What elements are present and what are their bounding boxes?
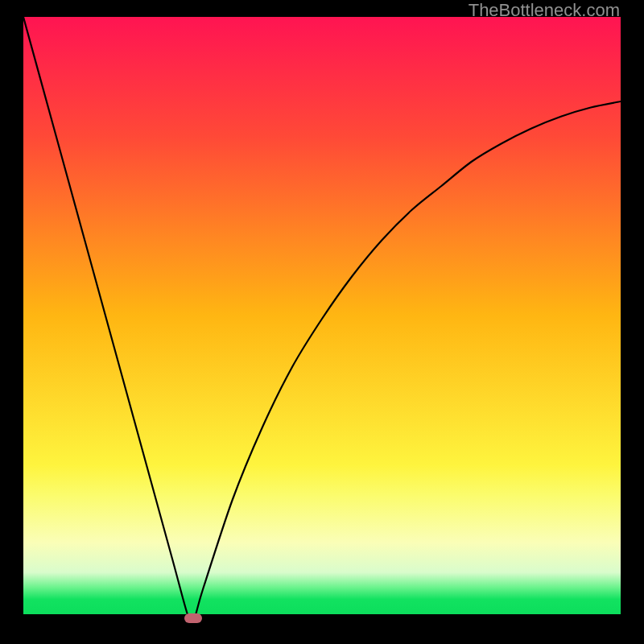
bottleneck-curve [23, 17, 621, 621]
chart-area [23, 17, 621, 621]
watermark-text: TheBottleneck.com [469, 0, 620, 21]
minimum-marker [184, 613, 202, 623]
